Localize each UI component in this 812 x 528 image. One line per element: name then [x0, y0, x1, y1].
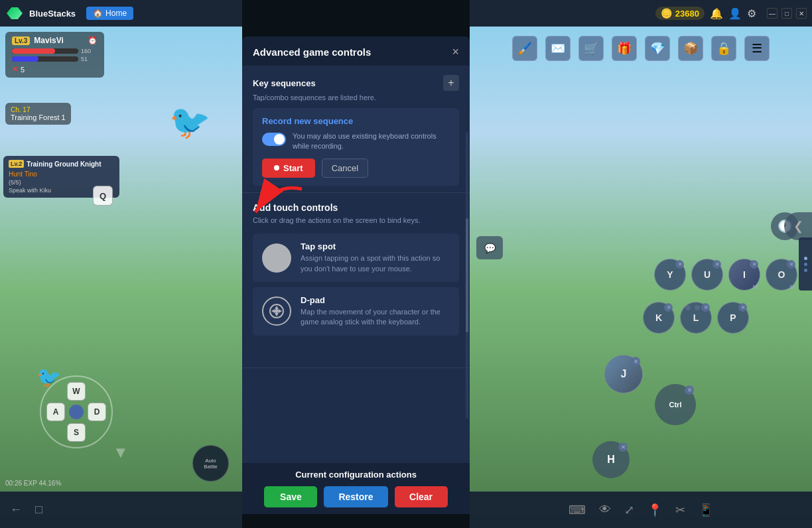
d-key-button[interactable]: D [88, 403, 106, 421]
advanced-controls-modal: Advanced game controls × Key sequences +… [242, 36, 470, 514]
p-key-x[interactable]: ✕ [738, 303, 747, 312]
scroll-dot-3 [804, 269, 807, 272]
window-controls: — □ ✕ [767, 8, 807, 19]
home-icon: 🏠 [93, 9, 103, 18]
dpad-desc: Map the movement of your character or th… [301, 307, 450, 328]
scissors-icon[interactable]: ✂ [675, 503, 685, 517]
ctrl-key-x[interactable]: ✕ [685, 385, 694, 395]
bird-character-main: 🐦 [169, 103, 210, 141]
toggle-knob [274, 134, 285, 145]
back-nav-icon[interactable]: ← [10, 503, 22, 517]
u-key-x[interactable]: ✕ [712, 260, 721, 269]
record-sequence-box: Record new sequence You may also use exi… [253, 108, 459, 186]
profile-icon[interactable]: 👤 [728, 7, 742, 20]
clear-button[interactable]: Clear [395, 486, 448, 507]
alarm-icon: ⏰ [88, 36, 98, 45]
i-key-x[interactable]: ✕ [750, 260, 758, 269]
mp-value: 51 [81, 56, 98, 62]
s-key-button[interactable]: S [67, 423, 86, 442]
k-key-x[interactable]: ✕ [664, 303, 673, 312]
home-nav-icon[interactable]: □ [35, 503, 42, 517]
scroll-dot-1 [804, 257, 807, 260]
touch-controls-title: Add touch controls [253, 202, 459, 213]
u-key-button[interactable]: U ✕ [691, 259, 723, 291]
fullscreen-icon[interactable]: ⤢ [624, 503, 634, 517]
xp-value: 5 [21, 66, 25, 74]
map-info: Ch. 17 Training Forest 1 [5, 103, 71, 125]
y-key-button[interactable]: Y ✕ [654, 259, 686, 291]
scroll-dot-2 [804, 263, 807, 266]
maximize-button[interactable]: □ [781, 8, 792, 19]
j-key-x[interactable]: ✕ [631, 357, 640, 366]
add-sequence-button[interactable]: + [443, 75, 459, 91]
p-key-button[interactable]: P ✕ [717, 302, 749, 334]
ctrl-key-button[interactable]: Ctrl ✕ [655, 384, 696, 425]
toolbar-cart-button[interactable]: 🛒 [578, 36, 604, 61]
bell-icon[interactable]: 🔔 [710, 8, 723, 19]
restore-button[interactable]: Restore [324, 486, 387, 507]
scroll-indicator[interactable] [799, 237, 812, 291]
bottom-bar-left: ← □ [0, 492, 242, 528]
keyboard-icon[interactable]: ⌨ [569, 503, 586, 517]
save-button[interactable]: Save [264, 486, 317, 507]
back-button[interactable]: ❮ [784, 212, 812, 240]
h-key-x[interactable]: ✕ [618, 442, 628, 452]
player-name: MavisVi [34, 36, 63, 45]
h-key-button[interactable]: H ✕ [592, 441, 630, 478]
scrollbar-track [466, 132, 468, 419]
start-dot-icon [274, 165, 279, 170]
o-key-x[interactable]: ✕ [787, 260, 795, 269]
wasd-control: W A S D [40, 375, 113, 448]
chat-button[interactable]: 💬 [476, 236, 503, 259]
record-sequence-title[interactable]: Record new sequence [262, 116, 450, 126]
toolbar-chest-button[interactable]: 📦 [678, 36, 703, 61]
close-window-button[interactable]: ✕ [796, 8, 807, 19]
left-game-panel: BlueStacks 🏠 Home Lv.3 MavisVi ⏰ 160 51 … [0, 0, 242, 528]
mobile-icon[interactable]: 📱 [699, 503, 713, 517]
l-key-button[interactable]: L ✕ [680, 302, 712, 334]
minimize-button[interactable]: — [767, 8, 778, 19]
scrollbar-thumb[interactable] [466, 218, 468, 333]
modal-close-button[interactable]: × [452, 46, 459, 58]
right-keys-row2: K ✕ L ✕ P ✕ [643, 302, 749, 334]
scroll-fade [253, 341, 459, 361]
q-key-button[interactable]: Q [93, 186, 113, 206]
dpad-card[interactable]: D-pad Map the movement of your character… [253, 287, 459, 336]
record-toggle[interactable] [262, 133, 286, 146]
j-key-button[interactable]: J ✕ [604, 355, 643, 393]
svg-marker-3 [271, 309, 275, 313]
start-recording-button[interactable]: Start [262, 159, 315, 178]
a-key-button[interactable]: A [46, 403, 65, 421]
w-key-button[interactable]: W [67, 382, 86, 401]
k-key-button[interactable]: K ✕ [643, 302, 675, 334]
tap-spot-card[interactable]: Tap spot Assign tapping on a spot with t… [253, 233, 459, 282]
home-button[interactable]: 🏠 Home [86, 7, 133, 20]
modal-body[interactable]: Key sequences + Tap/combo sequences are … [242, 66, 470, 463]
toolbar-lock-button[interactable]: 🔒 [711, 36, 736, 61]
toolbar-mail-button[interactable]: ✉️ [545, 36, 571, 61]
cancel-recording-button[interactable]: Cancel [322, 159, 368, 178]
coin-display: 🪙 23680 [655, 7, 705, 20]
time-display: 00:26 EXP 44.16% [5, 480, 61, 487]
right-game-panel: 🪙 23680 🔔 👤 ⚙ — □ ✕ 🖌️ ✉️ 🛒 🎁 💎 📦 🔒 ☰ 🕐 … [470, 0, 812, 528]
modal-footer: Current configuration actions Save Resto… [242, 463, 470, 514]
toolbar-gift-button[interactable]: 🎁 [612, 36, 637, 61]
toolbar-brush-button[interactable]: 🖌️ [512, 36, 537, 61]
o-key-button[interactable]: O ✕ 10 [766, 259, 797, 291]
y-key-x[interactable]: ✕ [675, 260, 684, 269]
tap-spot-text: Tap spot Assign tapping on a spot with t… [301, 241, 450, 274]
location-icon[interactable]: 📍 [647, 503, 662, 517]
i-key-button[interactable]: I ✕ 10 [728, 259, 760, 291]
quest-title: Training Ground Knight [27, 161, 101, 168]
quest-sub: Hunt Tino [9, 170, 114, 178]
quest-progress: (5/5) [9, 179, 21, 186]
l-key-x[interactable]: ✕ [701, 303, 710, 312]
map-name: Training Forest 1 [11, 113, 66, 121]
toolbar-gem-button[interactable]: 💎 [645, 36, 670, 61]
toolbar-menu-button[interactable]: ☰ [744, 36, 770, 61]
settings-icon[interactable]: ⚙ [747, 7, 756, 20]
eye-icon[interactable]: 👁 [599, 503, 611, 517]
auto-battle-button[interactable]: AutoBattle [192, 445, 229, 482]
modal-title: Advanced game controls [253, 46, 371, 58]
hp-value: 160 [81, 48, 98, 54]
